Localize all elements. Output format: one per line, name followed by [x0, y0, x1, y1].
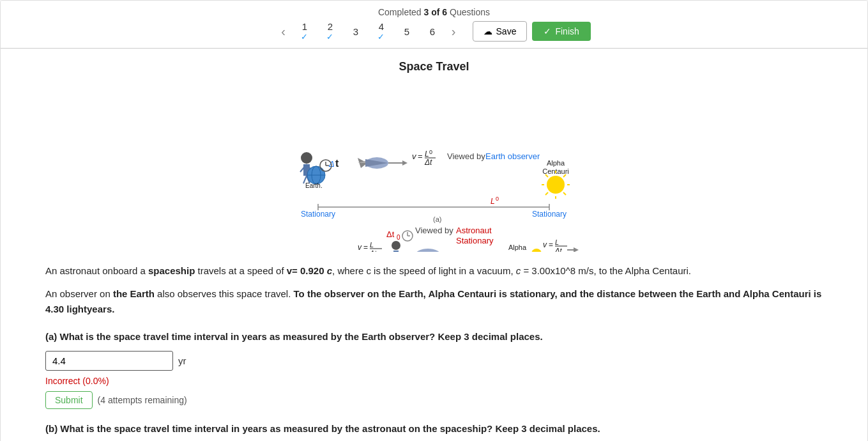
nav-item-6[interactable]: 6: [422, 26, 443, 37]
nav-item-5[interactable]: 5: [397, 26, 417, 37]
problem-line-2: An observer on the Earth also observes t…: [45, 286, 823, 317]
save-label: Save: [496, 26, 517, 36]
svg-text:Δt: Δt: [554, 247, 562, 252]
finish-button[interactable]: ✓ Finish: [532, 22, 590, 41]
progress-bold: 3 of 6: [424, 7, 448, 17]
nav-check-2: ✓: [326, 32, 333, 42]
submit-a-button[interactable]: Submit: [45, 391, 93, 409]
svg-text:Alpha: Alpha: [546, 159, 565, 167]
question-b-label: (b) What is the space travel time interv…: [45, 422, 823, 437]
svg-text:Δt: Δt: [386, 229, 395, 239]
finish-check-icon: ✓: [544, 26, 551, 36]
svg-text:Stationary: Stationary: [456, 236, 494, 245]
qa-bold2: Earth observer?: [362, 331, 435, 342]
nav-check-4: ✓: [377, 32, 385, 42]
svg-text:Stationary: Stationary: [531, 210, 566, 219]
svg-text:Viewed by: Viewed by: [415, 226, 453, 235]
bold-earth: the Earth: [113, 288, 155, 299]
bold-spaceship: spaceship: [148, 265, 195, 276]
diagram-area: Δ t v = L 0 Δt: [45, 82, 823, 252]
svg-text:Alpha: Alpha: [508, 244, 526, 251]
physics-diagram-svg: Δ t v = L 0 Δt: [268, 82, 600, 252]
svg-point-64: [415, 249, 441, 252]
bold-speed: v= 0.920 c: [287, 265, 332, 276]
svg-point-31: [547, 176, 565, 194]
svg-text:=: =: [418, 151, 423, 161]
section-title: Space Travel: [45, 60, 823, 74]
svg-text:L: L: [491, 197, 495, 206]
answer-a-row: yr: [45, 351, 823, 371]
svg-text:t: t: [335, 158, 339, 169]
svg-text:v: v: [543, 240, 547, 249]
svg-text:0: 0: [397, 234, 400, 241]
nav-num-3-label: 3: [353, 26, 358, 37]
svg-text:Δt: Δt: [424, 158, 432, 167]
qb-label: (b): [45, 423, 57, 434]
svg-text:0: 0: [564, 251, 567, 252]
bold-statement: To the observer on the Earth, Alpha Cent…: [45, 288, 821, 314]
svg-line-37: [563, 192, 566, 195]
nav-num-2-label: 2: [328, 21, 333, 32]
svg-text:L: L: [370, 241, 374, 249]
save-icon: ☁: [483, 26, 492, 36]
nav-item-1[interactable]: 1 ✓: [294, 21, 315, 42]
nav-num-1-label: 1: [302, 21, 307, 32]
svg-text:0: 0: [429, 149, 432, 155]
svg-text:0: 0: [496, 196, 499, 202]
svg-point-69: [531, 249, 542, 252]
submit-a-row: Submit (4 attempts remaining): [45, 391, 823, 409]
svg-text:v: v: [358, 243, 362, 252]
nav-num-4-label: 4: [379, 21, 384, 32]
nav-item-3[interactable]: 3: [346, 26, 366, 37]
nav-row: ‹ 1 ✓ 2 ✓ 3 4 ✓ 5 6 ›: [277, 21, 591, 42]
svg-text:(a): (a): [433, 215, 441, 223]
save-button[interactable]: ☁ Save: [473, 21, 528, 42]
svg-marker-77: [574, 247, 579, 252]
nav-check-1: ✓: [301, 32, 308, 42]
qa-bold1: (a) What is the space travel time interv…: [45, 331, 228, 342]
svg-text:Stationary: Stationary: [300, 210, 335, 219]
svg-line-39: [545, 192, 548, 195]
svg-text:Earth.: Earth.: [305, 182, 323, 189]
finish-label: Finish: [555, 26, 579, 36]
svg-text:L: L: [555, 238, 559, 246]
nav-item-2[interactable]: 2 ✓: [320, 21, 340, 42]
nav-item-4[interactable]: 4 ✓: [371, 21, 392, 42]
answer-a-input[interactable]: [45, 351, 173, 371]
top-navigation: Completed 3 of 6 Questions ‹ 1 ✓ 2 ✓ 3 4…: [1, 1, 867, 49]
svg-text:=: =: [363, 243, 368, 252]
svg-marker-19: [402, 160, 407, 166]
incorrect-feedback: Incorrect (0.0%): [45, 376, 823, 386]
svg-text:v: v: [412, 151, 417, 161]
next-arrow[interactable]: ›: [448, 23, 460, 40]
prev-arrow[interactable]: ‹: [277, 23, 289, 40]
main-content: Space Travel Δ t: [1, 49, 867, 441]
qb-bold1: time interval: [172, 423, 228, 434]
answer-a-unit: yr: [178, 355, 187, 366]
svg-point-62: [392, 241, 400, 250]
question-a-label: (a) What is the space travel time interv…: [45, 330, 823, 344]
svg-point-0: [301, 152, 312, 164]
svg-text:Earth observer: Earth observer: [485, 151, 540, 161]
svg-text:Δt: Δt: [369, 249, 377, 252]
progress-text: Completed 3 of 6 Questions: [378, 7, 490, 17]
svg-text:=: =: [549, 240, 553, 249]
svg-text:L: L: [425, 150, 429, 159]
attempts-a-text: (4 attempts remaining): [98, 395, 187, 405]
svg-text:Viewed by: Viewed by: [447, 151, 485, 161]
nav-num-5-label: 5: [404, 26, 409, 37]
problem-line-1: An astronaut onboard a spaceship travels…: [45, 263, 823, 279]
svg-rect-63: [393, 251, 399, 252]
svg-text:Astronaut: Astronaut: [456, 226, 492, 235]
nav-num-6-label: 6: [430, 26, 435, 37]
qb-bold2: by the astronaut on the spaceship?: [331, 423, 493, 434]
